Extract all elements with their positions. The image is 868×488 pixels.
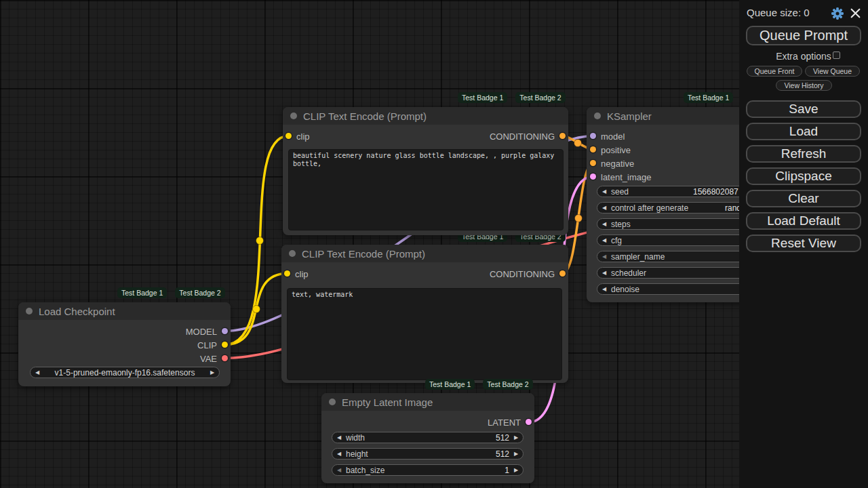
node-clip-text-encode-positive[interactable]: CLIP Text Encode (Prompt) clip CONDITION… (283, 107, 568, 235)
view-queue-button[interactable]: View Queue (805, 66, 860, 77)
widget-label: denoise (611, 285, 639, 294)
decrement-arrow-icon[interactable]: ◀ (597, 235, 611, 245)
widget-value: 1566802087 (693, 187, 738, 197)
widget-label: batch_size (346, 466, 384, 475)
collapse-dot-icon[interactable] (594, 113, 601, 119)
widget-label: sampler_name (611, 252, 665, 262)
link-midpoint-dot[interactable] (574, 140, 582, 147)
widget-label: height (346, 449, 368, 459)
widget-ckpt-name-combo[interactable]: ◀ v1-5-pruned-emaonly-fp16.safetensors ▶ (30, 367, 220, 378)
node-badges: Test Badge 1 Test Badge 2 (117, 287, 225, 298)
prompt-textarea[interactable]: beautiful scenery nature glass bottle la… (288, 149, 564, 230)
output-slot-label: LATENT (488, 418, 521, 428)
node-titlebar[interactable]: Empty Latent Image (321, 393, 534, 411)
load-button[interactable]: Load (746, 123, 861, 140)
load-default-button[interactable]: Load Default (746, 212, 861, 230)
input-slot-clip[interactable] (284, 270, 290, 277)
clipspace-button[interactable]: Clipspace (746, 167, 861, 185)
output-slot-label: MODEL (186, 327, 217, 337)
node-title-text: Empty Latent Image (342, 396, 433, 408)
node-titlebar[interactable]: CLIP Text Encode (Prompt) (281, 245, 568, 262)
decrement-arrow-icon[interactable]: ◀ (597, 203, 611, 213)
collapse-dot-icon[interactable] (290, 113, 297, 119)
input-slot-clip[interactable] (285, 133, 292, 139)
output-slot-model[interactable] (222, 328, 228, 334)
input-slot-label: model (601, 131, 625, 142)
decrement-arrow-icon[interactable]: ◀ (597, 251, 611, 262)
node-badges: Test Badge 1 Test Badge 2 (425, 379, 533, 390)
link-midpoint-dot[interactable] (575, 215, 583, 222)
decrement-arrow-icon[interactable]: ◀ (597, 186, 611, 197)
decrement-arrow-icon[interactable]: ◀ (332, 465, 346, 475)
queue-size-label: Queue size: 0 (747, 7, 810, 18)
queue-prompt-button[interactable]: Queue Prompt (746, 26, 861, 45)
decrement-arrow-icon[interactable]: ◀ (597, 284, 611, 294)
reset-view-button[interactable]: Reset View (746, 235, 861, 252)
output-slot-label: CLIP (197, 340, 217, 350)
input-slot-model[interactable] (590, 133, 596, 139)
save-button[interactable]: Save (746, 100, 861, 118)
widget-value: 512 (496, 433, 509, 443)
output-slot-conditioning[interactable] (559, 270, 566, 277)
input-slot-positive[interactable] (590, 146, 596, 152)
node-load-checkpoint[interactable]: Load Checkpoint MODEL CLIP VAE ◀ v1-5-pr… (18, 302, 231, 386)
widget-height[interactable]: ◀ height 512 ▶ (332, 448, 524, 460)
node-badge: Test Badge 1 (684, 92, 733, 103)
decrement-arrow-icon[interactable]: ◀ (332, 449, 346, 459)
node-clip-text-encode-negative[interactable]: CLIP Text Encode (Prompt) clip CONDITION… (281, 245, 568, 383)
widget-width[interactable]: ◀ width 512 ▶ (332, 432, 524, 443)
node-empty-latent-image[interactable]: Empty Latent Image LATENT ◀ width 512 ▶ … (321, 393, 534, 483)
comfy-menu-panel: Queue size: 0 Queue Prompt Extra options… (739, 0, 868, 488)
increment-arrow-icon[interactable]: ▶ (509, 432, 523, 443)
output-slot-latent[interactable] (526, 419, 532, 425)
link-midpoint-dot[interactable] (256, 237, 264, 245)
widget-value: 512 (496, 449, 509, 459)
widget-label: control after generate (611, 203, 688, 213)
prompt-textarea[interactable]: text, watermark (287, 288, 562, 380)
output-slot-label: CONDITIONING (490, 131, 555, 142)
widget-batch-size[interactable]: ◀ batch_size 1 ▶ (332, 464, 524, 476)
close-icon[interactable] (850, 7, 861, 19)
node-titlebar[interactable]: Load Checkpoint (18, 302, 231, 320)
node-titlebar[interactable]: CLIP Text Encode (Prompt) (283, 107, 568, 125)
widget-label: seed (611, 187, 629, 197)
extra-options-label: Extra options (776, 51, 831, 62)
refresh-button[interactable]: Refresh (746, 145, 861, 163)
output-slot-vae[interactable] (222, 355, 228, 361)
view-history-button[interactable]: View History (776, 80, 832, 91)
settings-gear-icon[interactable] (831, 7, 844, 20)
node-badge: Test Badge 1 (458, 92, 507, 103)
decrement-arrow-icon[interactable]: ◀ (332, 432, 346, 443)
widget-label: width (346, 433, 365, 443)
node-badges: Test Badge 1 Test Badge 2 (458, 92, 566, 103)
decrement-arrow-icon[interactable]: ◀ (597, 268, 611, 278)
increment-arrow-icon[interactable]: ▶ (509, 449, 523, 459)
collapse-dot-icon[interactable] (26, 308, 33, 314)
queue-front-button[interactable]: Queue Front (747, 66, 802, 77)
widget-label: scheduler (611, 268, 646, 278)
widget-label: cfg (611, 236, 622, 245)
increment-arrow-icon[interactable]: ▶ (509, 465, 523, 475)
input-slot-latent-image[interactable] (590, 174, 596, 180)
combo-left-arrow-icon[interactable]: ◀ (31, 367, 44, 378)
extra-options-row: Extra options (739, 51, 868, 62)
output-slot-clip[interactable] (222, 342, 228, 348)
combo-right-arrow-icon[interactable]: ▶ (205, 367, 219, 378)
decrement-arrow-icon[interactable]: ◀ (597, 219, 611, 229)
output-slot-conditioning[interactable] (559, 133, 566, 139)
output-slot-label: VAE (200, 354, 217, 364)
node-title-text: KSampler (607, 110, 652, 122)
clear-button[interactable]: Clear (746, 190, 861, 207)
extra-options-checkbox[interactable] (833, 52, 840, 59)
link-midpoint-dot[interactable] (253, 306, 260, 313)
widget-value: v1-5-pruned-emaonly-fp16.safetensors (44, 368, 205, 378)
node-graph-canvas[interactable]: Test Badge 1 Test Badge 2 CLIP Text Enco… (0, 0, 868, 488)
widget-label: steps (611, 220, 631, 229)
node-title-text: CLIP Text Encode (Prompt) (302, 248, 425, 260)
node-title-text: Load Checkpoint (39, 306, 115, 317)
input-slot-label: negative (601, 159, 634, 169)
input-slot-negative[interactable] (590, 160, 596, 166)
input-slot-label: positive (601, 145, 631, 155)
collapse-dot-icon[interactable] (289, 250, 296, 257)
collapse-dot-icon[interactable] (329, 399, 336, 405)
